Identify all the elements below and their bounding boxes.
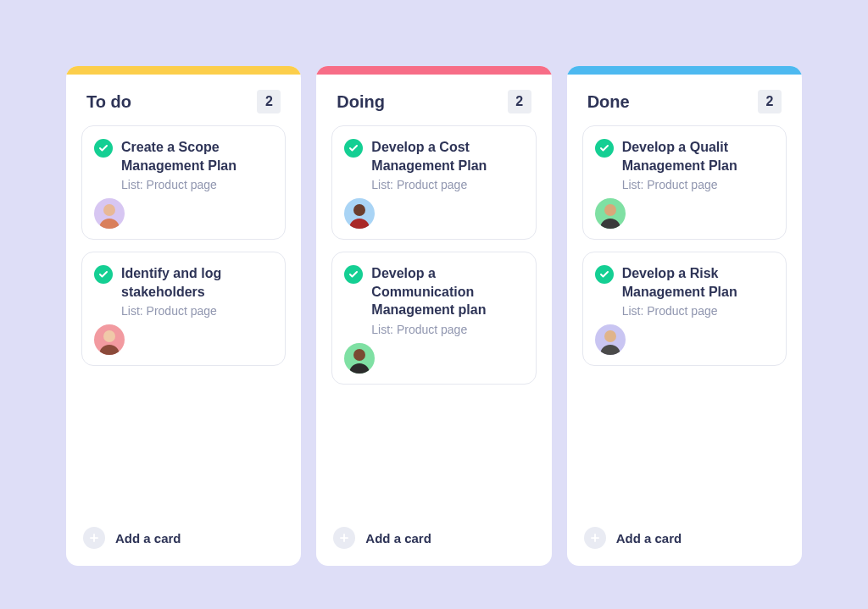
column-header: Doing 2 <box>316 75 551 125</box>
card-top: Develop a Cost Management Plan List: Pro… <box>344 138 523 191</box>
card-title: Develop a Risk Management Plan <box>622 264 774 301</box>
card-title: Create a Scope Management Plan <box>121 138 273 174</box>
column-header: Done 2 <box>567 75 802 125</box>
card-text: Identify and log stakeholders List: Prod… <box>121 264 273 318</box>
card-meta: List: Product page <box>622 304 774 318</box>
card-meta: List: Product page <box>371 323 523 336</box>
card-title: Develop a Communication Management plan <box>371 264 523 319</box>
kanban-board: To do 2 Create a Scope Management Plan L… <box>0 0 868 566</box>
card[interactable]: Develop a Qualit Management Plan List: P… <box>582 125 787 240</box>
card-title: Identify and log stakeholders <box>121 264 273 301</box>
plus-icon <box>83 527 105 549</box>
svg-point-9 <box>604 330 616 342</box>
svg-point-4 <box>353 204 365 216</box>
card-top: Create a Scope Management Plan List: Pro… <box>94 138 273 191</box>
column-count-badge: 2 <box>758 90 782 113</box>
svg-point-0 <box>103 204 115 216</box>
card-text: Develop a Risk Management Plan List: Pro… <box>622 264 774 318</box>
plus-icon <box>584 527 606 549</box>
check-icon <box>94 139 113 158</box>
card-title: Develop a Cost Management Plan <box>371 138 523 174</box>
add-card-button[interactable]: Add a card <box>333 527 534 549</box>
card-meta: List: Product page <box>121 304 273 318</box>
check-icon <box>344 265 363 284</box>
avatar[interactable] <box>595 198 626 229</box>
column-count-badge: 2 <box>257 90 281 113</box>
avatar[interactable] <box>344 343 375 374</box>
check-icon <box>94 265 113 284</box>
card-list: Develop a Cost Management Plan List: Pro… <box>316 125 551 385</box>
add-card-button[interactable]: Add a card <box>83 527 284 549</box>
card-meta: List: Product page <box>371 178 523 191</box>
card-list: Develop a Qualit Management Plan List: P… <box>567 125 802 366</box>
card-meta: List: Product page <box>121 178 273 191</box>
svg-point-5 <box>353 349 365 361</box>
card[interactable]: Create a Scope Management Plan List: Pro… <box>81 125 286 240</box>
card[interactable]: Develop a Cost Management Plan List: Pro… <box>331 125 536 240</box>
add-card-label: Add a card <box>616 531 682 545</box>
column-count-badge: 2 <box>508 90 531 113</box>
column-title: Doing <box>337 92 385 112</box>
avatar[interactable] <box>595 324 626 355</box>
column-title: To do <box>86 92 131 112</box>
card-title: Develop a Qualit Management Plan <box>622 138 774 174</box>
avatar[interactable] <box>94 324 125 355</box>
add-card-label: Add a card <box>115 531 181 545</box>
card[interactable]: Develop a Communication Management plan … <box>331 252 536 385</box>
card-text: Develop a Qualit Management Plan List: P… <box>622 138 774 191</box>
check-icon <box>595 265 614 284</box>
check-icon <box>595 139 614 158</box>
column-title: Done <box>587 92 630 112</box>
card-text: Develop a Cost Management Plan List: Pro… <box>371 138 523 191</box>
check-icon <box>344 139 363 158</box>
card-meta: List: Product page <box>622 178 774 191</box>
avatar[interactable] <box>94 198 125 229</box>
column-stripe <box>66 66 301 75</box>
column-stripe <box>316 66 551 75</box>
column-done: Done 2 Develop a Qualit Management Plan … <box>567 66 802 566</box>
card-text: Create a Scope Management Plan List: Pro… <box>121 138 273 191</box>
column-doing: Doing 2 Develop a Cost Management Plan L… <box>316 66 551 566</box>
card-list: Create a Scope Management Plan List: Pro… <box>66 125 301 366</box>
card[interactable]: Identify and log stakeholders List: Prod… <box>81 252 286 366</box>
card-top: Develop a Risk Management Plan List: Pro… <box>595 264 774 318</box>
card-top: Develop a Communication Management plan … <box>344 264 523 336</box>
column-stripe <box>567 66 802 75</box>
card-top: Develop a Qualit Management Plan List: P… <box>595 138 774 191</box>
card-top: Identify and log stakeholders List: Prod… <box>94 264 273 318</box>
svg-point-1 <box>103 330 115 342</box>
svg-point-8 <box>604 204 616 216</box>
add-card-label: Add a card <box>365 531 431 545</box>
avatar[interactable] <box>344 198 375 229</box>
card-text: Develop a Communication Management plan … <box>371 264 523 336</box>
plus-icon <box>333 527 355 549</box>
add-card-button[interactable]: Add a card <box>584 527 785 549</box>
column-header: To do 2 <box>66 75 301 125</box>
card[interactable]: Develop a Risk Management Plan List: Pro… <box>582 252 787 366</box>
column-todo: To do 2 Create a Scope Management Plan L… <box>66 66 301 566</box>
